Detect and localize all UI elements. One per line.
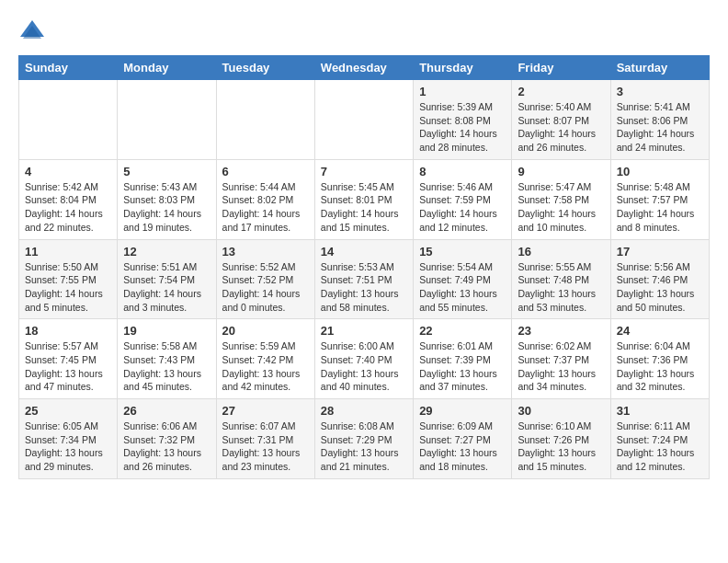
day-number: 20 [222,324,309,338]
calendar-cell: 26Sunrise: 6:06 AM Sunset: 7:32 PM Dayli… [118,399,216,479]
calendar-header-monday: Monday [118,56,216,80]
day-details: Sunrise: 6:10 AM Sunset: 7:26 PM Dayligh… [518,419,604,474]
day-number: 1 [419,85,506,98]
calendar-cell: 24Sunrise: 6:04 AM Sunset: 7:36 PM Dayli… [610,319,709,399]
calendar-cell: 1Sunrise: 5:39 AM Sunset: 8:08 PM Daylig… [414,80,512,160]
day-details: Sunrise: 6:02 AM Sunset: 7:37 PM Dayligh… [518,339,604,394]
calendar-cell: 10Sunrise: 5:48 AM Sunset: 7:57 PM Dayli… [610,159,709,239]
calendar-week-row: 1Sunrise: 5:39 AM Sunset: 8:08 PM Daylig… [19,80,710,160]
calendar-cell [19,80,118,160]
calendar-cell: 20Sunrise: 5:59 AM Sunset: 7:42 PM Dayli… [216,319,314,399]
day-details: Sunrise: 6:07 AM Sunset: 7:31 PM Dayligh… [222,419,309,474]
calendar-cell: 16Sunrise: 5:55 AM Sunset: 7:48 PM Dayli… [512,239,610,319]
calendar-cell: 18Sunrise: 5:57 AM Sunset: 7:45 PM Dayli… [19,319,118,399]
day-number: 24 [617,324,703,338]
day-number: 11 [25,245,111,259]
day-number: 12 [123,245,210,259]
day-details: Sunrise: 6:08 AM Sunset: 7:29 PM Dayligh… [321,419,407,474]
day-details: Sunrise: 5:52 AM Sunset: 7:52 PM Dayligh… [222,260,309,315]
day-number: 9 [518,165,604,178]
calendar-header-tuesday: Tuesday [216,56,314,80]
calendar-cell: 11Sunrise: 5:50 AM Sunset: 7:55 PM Dayli… [19,239,118,319]
day-details: Sunrise: 5:41 AM Sunset: 8:06 PM Dayligh… [617,100,703,155]
day-number: 7 [321,165,407,178]
page-header [18,18,710,46]
day-number: 16 [518,245,604,259]
day-details: Sunrise: 6:00 AM Sunset: 7:40 PM Dayligh… [321,339,407,394]
calendar-cell: 3Sunrise: 5:41 AM Sunset: 8:06 PM Daylig… [610,80,709,160]
day-number: 23 [518,324,604,338]
day-details: Sunrise: 6:05 AM Sunset: 7:34 PM Dayligh… [25,419,111,474]
calendar-header-saturday: Saturday [610,56,709,80]
day-details: Sunrise: 5:57 AM Sunset: 7:45 PM Dayligh… [25,339,111,394]
day-number: 14 [321,245,407,259]
calendar-cell: 13Sunrise: 5:52 AM Sunset: 7:52 PM Dayli… [216,239,314,319]
calendar-week-row: 11Sunrise: 5:50 AM Sunset: 7:55 PM Dayli… [19,239,710,319]
day-number: 2 [518,85,604,98]
day-number: 4 [25,165,111,178]
day-number: 15 [419,245,506,259]
calendar-cell [216,80,314,160]
day-number: 31 [617,404,703,418]
day-number: 13 [222,245,309,259]
calendar-cell: 27Sunrise: 6:07 AM Sunset: 7:31 PM Dayli… [216,399,314,479]
day-details: Sunrise: 6:09 AM Sunset: 7:27 PM Dayligh… [419,419,506,474]
day-details: Sunrise: 5:59 AM Sunset: 7:42 PM Dayligh… [222,339,309,394]
day-details: Sunrise: 5:43 AM Sunset: 8:03 PM Dayligh… [123,180,210,235]
day-number: 19 [123,324,210,338]
day-details: Sunrise: 5:55 AM Sunset: 7:48 PM Dayligh… [518,260,604,315]
calendar-cell: 21Sunrise: 6:00 AM Sunset: 7:40 PM Dayli… [314,319,413,399]
day-details: Sunrise: 5:56 AM Sunset: 7:46 PM Dayligh… [617,260,703,315]
calendar-cell: 14Sunrise: 5:53 AM Sunset: 7:51 PM Dayli… [314,239,413,319]
day-details: Sunrise: 5:58 AM Sunset: 7:43 PM Dayligh… [123,339,210,394]
calendar-cell: 19Sunrise: 5:58 AM Sunset: 7:43 PM Dayli… [118,319,216,399]
day-number: 30 [518,404,604,418]
day-details: Sunrise: 5:54 AM Sunset: 7:49 PM Dayligh… [419,260,506,315]
day-number: 8 [419,165,506,178]
calendar-cell: 29Sunrise: 6:09 AM Sunset: 7:27 PM Dayli… [414,399,512,479]
calendar-week-row: 25Sunrise: 6:05 AM Sunset: 7:34 PM Dayli… [19,399,710,479]
calendar-cell: 22Sunrise: 6:01 AM Sunset: 7:39 PM Dayli… [414,319,512,399]
day-number: 29 [419,404,506,418]
day-details: Sunrise: 5:45 AM Sunset: 8:01 PM Dayligh… [321,180,407,235]
calendar-cell: 7Sunrise: 5:45 AM Sunset: 8:01 PM Daylig… [314,159,413,239]
calendar-cell: 4Sunrise: 5:42 AM Sunset: 8:04 PM Daylig… [19,159,118,239]
day-number: 18 [25,324,111,338]
logo-icon [18,18,46,46]
calendar-cell: 5Sunrise: 5:43 AM Sunset: 8:03 PM Daylig… [118,159,216,239]
day-details: Sunrise: 5:47 AM Sunset: 7:58 PM Dayligh… [518,180,604,235]
calendar-cell [118,80,216,160]
calendar-cell: 15Sunrise: 5:54 AM Sunset: 7:49 PM Dayli… [414,239,512,319]
calendar-cell: 12Sunrise: 5:51 AM Sunset: 7:54 PM Dayli… [118,239,216,319]
calendar-table: SundayMondayTuesdayWednesdayThursdayFrid… [18,55,710,479]
day-details: Sunrise: 5:40 AM Sunset: 8:07 PM Dayligh… [518,100,604,155]
day-details: Sunrise: 5:48 AM Sunset: 7:57 PM Dayligh… [617,180,703,235]
day-details: Sunrise: 5:50 AM Sunset: 7:55 PM Dayligh… [25,260,111,315]
day-number: 17 [617,245,703,259]
day-number: 3 [617,85,703,98]
calendar-cell: 9Sunrise: 5:47 AM Sunset: 7:58 PM Daylig… [512,159,610,239]
day-number: 25 [25,404,111,418]
calendar-cell: 28Sunrise: 6:08 AM Sunset: 7:29 PM Dayli… [314,399,413,479]
calendar-header-thursday: Thursday [414,56,512,80]
calendar-cell: 2Sunrise: 5:40 AM Sunset: 8:07 PM Daylig… [512,80,610,160]
day-details: Sunrise: 6:04 AM Sunset: 7:36 PM Dayligh… [617,339,703,394]
day-number: 22 [419,324,506,338]
day-number: 10 [617,165,703,178]
day-details: Sunrise: 5:39 AM Sunset: 8:08 PM Dayligh… [419,100,506,155]
calendar-cell: 6Sunrise: 5:44 AM Sunset: 8:02 PM Daylig… [216,159,314,239]
day-number: 28 [321,404,407,418]
calendar-header-sunday: Sunday [19,56,118,80]
day-number: 21 [321,324,407,338]
calendar-cell: 17Sunrise: 5:56 AM Sunset: 7:46 PM Dayli… [610,239,709,319]
calendar-cell: 30Sunrise: 6:10 AM Sunset: 7:26 PM Dayli… [512,399,610,479]
calendar-header-friday: Friday [512,56,610,80]
calendar-cell: 31Sunrise: 6:11 AM Sunset: 7:24 PM Dayli… [610,399,709,479]
calendar-header-wednesday: Wednesday [314,56,413,80]
calendar-cell [314,80,413,160]
calendar-week-row: 4Sunrise: 5:42 AM Sunset: 8:04 PM Daylig… [19,159,710,239]
day-details: Sunrise: 6:01 AM Sunset: 7:39 PM Dayligh… [419,339,506,394]
day-number: 27 [222,404,309,418]
day-details: Sunrise: 5:44 AM Sunset: 8:02 PM Dayligh… [222,180,309,235]
day-details: Sunrise: 5:51 AM Sunset: 7:54 PM Dayligh… [123,260,210,315]
